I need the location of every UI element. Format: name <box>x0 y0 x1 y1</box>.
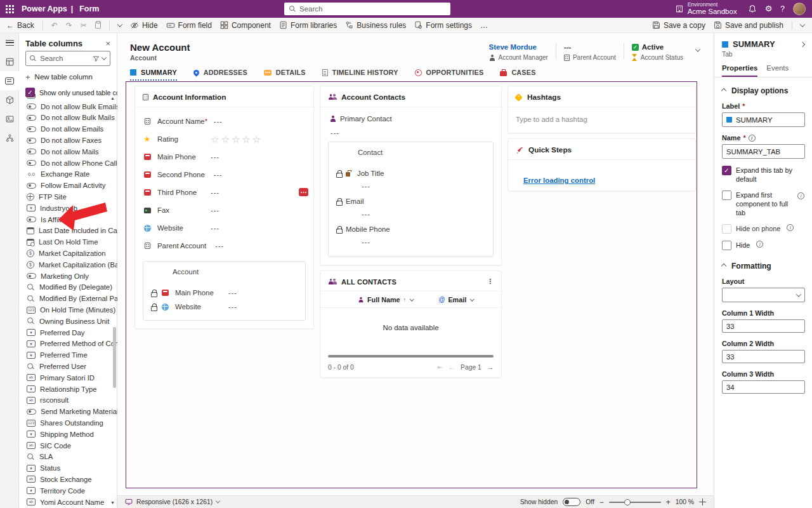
save-options-dropdown[interactable] <box>801 23 804 27</box>
component-button[interactable]: Component <box>220 21 271 30</box>
column-list-item[interactable]: ▾ <box>19 94 117 101</box>
column-list-item[interactable]: Do not allow Bulk Mails <box>19 112 117 124</box>
form-field-row[interactable]: Website--- <box>143 219 306 237</box>
account-quickview-card[interactable]: Account Main Phone---Website--- <box>143 261 306 321</box>
info-icon[interactable] <box>749 135 756 142</box>
property-checkbox-row[interactable]: Hide <box>722 241 804 250</box>
column-list-item[interactable]: abSIC Code <box>19 440 117 451</box>
column-list-item[interactable]: Modified By (External Party) <box>19 293 117 304</box>
tab-properties[interactable]: Properties <box>722 64 757 77</box>
fit-to-screen-icon[interactable] <box>699 498 706 505</box>
form-field-row[interactable]: Parent Account--- <box>143 237 306 255</box>
column-list-item[interactable]: Send Marketing Materials <box>19 406 117 417</box>
column3-width-input[interactable]: 34 <box>722 380 805 394</box>
environment-picker[interactable]: Environment Acme Sandbox <box>675 2 737 17</box>
column-list-item[interactable]: Marketing Only <box>19 271 117 282</box>
quickview-field-row[interactable]: Main Phone--- <box>151 286 298 300</box>
form-field-row[interactable]: Third Phone--- <box>143 184 306 201</box>
components-cube-icon[interactable] <box>0 90 19 109</box>
scroll-up-icon[interactable]: ▲ <box>110 96 115 100</box>
info-icon[interactable] <box>787 224 794 231</box>
column-list-item[interactable]: ▾Preferred Method of Contact <box>19 338 117 350</box>
column-list-item[interactable]: $Market Capitalization (Base) <box>19 259 117 271</box>
checkbox[interactable] <box>722 224 731 234</box>
zoom-slider[interactable] <box>609 498 661 506</box>
clipboard-dropdown[interactable] <box>118 23 122 27</box>
media-icon[interactable] <box>0 109 19 128</box>
form-tab-opportunities[interactable]: OPPORTUNITIES <box>415 69 484 81</box>
column2-width-input[interactable]: 33 <box>722 350 805 363</box>
info-icon[interactable] <box>756 241 763 248</box>
form-settings-button[interactable]: Form settings <box>414 21 472 30</box>
primary-contact-field[interactable]: Primary Contact <box>320 107 501 123</box>
column-list-item[interactable]: ▾Preferred Time <box>19 349 117 361</box>
hashtags-card[interactable]: Hashtags Type to add a hashtag <box>508 86 696 133</box>
quickview-field-row[interactable]: Mobile Phone <box>336 222 485 236</box>
header-field[interactable]: ActiveAccount Status <box>632 43 683 62</box>
column-list-item[interactable]: Follow Email Activity <box>19 180 117 191</box>
column-list-item[interactable]: ▾Status <box>19 462 117 474</box>
form-field-row[interactable]: Account Name*--- <box>143 112 306 130</box>
column-list-item[interactable]: Owning Business Unit <box>19 316 117 327</box>
hashtag-input[interactable]: Type to add a hashtag <box>508 107 695 133</box>
zoom-out-icon[interactable]: − <box>599 498 604 507</box>
show-hidden-toggle[interactable] <box>563 498 580 506</box>
column-list-item[interactable]: abrsconsult <box>19 395 117 406</box>
responsive-size-dropdown[interactable]: Responsive (1626 x 1261) <box>125 498 219 505</box>
quickview-field-row[interactable]: Website--- <box>151 300 298 314</box>
property-checkbox-row[interactable]: Expand this tab by default <box>722 166 804 184</box>
waffle-menu-icon[interactable] <box>0 0 19 18</box>
zoom-slider-knob[interactable] <box>624 499 631 505</box>
help-icon[interactable]: ? <box>780 5 785 13</box>
redo-button[interactable]: ↷ <box>66 22 72 29</box>
quick-steps-card[interactable]: Quick Steps Error loading control <box>508 138 696 191</box>
checkbox[interactable] <box>722 166 731 175</box>
save-a-copy-button[interactable]: Save a copy <box>652 21 705 30</box>
quickview-field-row[interactable]: Email <box>336 194 485 208</box>
column-list-item[interactable]: Modified By (Delegate) <box>19 282 117 293</box>
user-avatar[interactable] <box>793 3 806 15</box>
save-and-publish-button[interactable]: Save and publish <box>714 21 783 30</box>
column-list-item[interactable]: ▾Relationship Type <box>19 384 117 395</box>
collapse-panel-icon[interactable] <box>800 41 805 46</box>
zoom-in-icon[interactable]: + <box>666 498 671 507</box>
previous-page-icon[interactable]: ← <box>449 364 455 371</box>
cut-button[interactable]: ✂ <box>81 22 87 29</box>
rating-stars[interactable]: ☆☆☆☆☆ <box>211 135 263 144</box>
subgrid-menu-icon[interactable]: ⋮ <box>487 277 494 286</box>
first-page-icon[interactable]: ⇤ <box>437 363 443 371</box>
subgrid-column-header[interactable]: @Email <box>439 296 474 304</box>
paste-button[interactable] <box>95 22 101 29</box>
new-table-column-button[interactable]: + New table column <box>25 70 110 83</box>
settings-gear-icon[interactable]: ⚙ <box>765 4 773 13</box>
column-list-item[interactable]: ▾Preferred Day <box>19 327 117 338</box>
subgrid-column-header[interactable]: Full Name↑ <box>358 296 414 304</box>
error-loading-control-link[interactable]: Error loading control <box>523 177 595 184</box>
column-list-item[interactable]: abStock Exchange <box>19 474 117 485</box>
column-list-item[interactable]: SLA <box>19 451 117 463</box>
label-input[interactable]: SUMMARY <box>722 112 805 127</box>
display-options-section-header[interactable]: Display options <box>722 86 804 95</box>
form-field-row[interactable]: Second Phone--- <box>143 166 306 184</box>
form-field-row[interactable]: Main Phone--- <box>143 148 306 166</box>
chevron-down-icon[interactable] <box>102 55 107 60</box>
column-list-item[interactable]: Do not allow Faxes <box>19 135 117 146</box>
business-rules-button[interactable]: Business rules <box>345 21 406 30</box>
column-list-item[interactable]: Last On Hold Time <box>19 236 117 248</box>
column-list-item[interactable]: ▾Shipping Method <box>19 429 117 440</box>
overflow-menu-button[interactable]: … <box>480 21 488 30</box>
column-list-item[interactable]: Do not allow Bulk Emails <box>19 101 117 112</box>
column-list-item[interactable]: 123Shares Outstanding <box>19 417 117 429</box>
notifications-icon[interactable] <box>748 4 757 13</box>
layout-select[interactable] <box>722 288 805 302</box>
column-list-item[interactable]: abYomi Account Name <box>19 497 117 508</box>
scrollbar-thumb[interactable] <box>113 327 116 388</box>
tree-view-icon[interactable] <box>0 128 19 147</box>
scroll-down-icon[interactable]: ▼ <box>110 500 115 505</box>
column-list-item[interactable]: abPrimary Satori ID <box>19 372 117 384</box>
app-name[interactable]: Power Apps <box>22 4 67 13</box>
chevron-down-icon[interactable] <box>410 297 414 300</box>
account-contacts-card[interactable]: Account Contacts Primary Contact --- Con… <box>320 86 502 265</box>
column-list-item[interactable]: Do not allow Phone Calls <box>19 157 117 169</box>
column-list-item[interactable]: Do not allow Mails <box>19 146 117 157</box>
